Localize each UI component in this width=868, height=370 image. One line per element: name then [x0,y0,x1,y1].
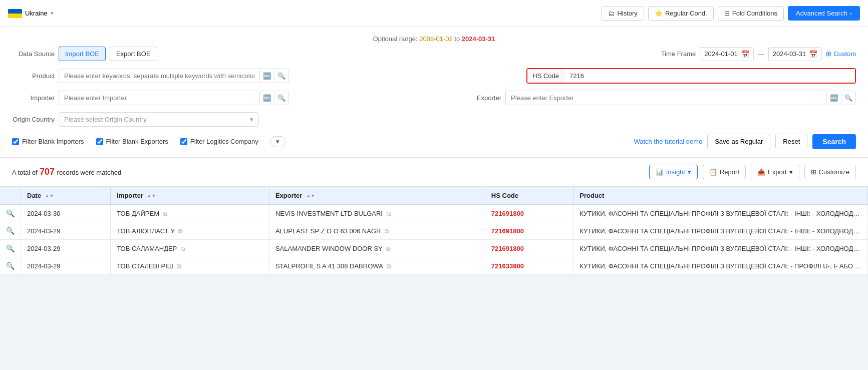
copy-exporter-icon[interactable]: ⧉ [387,263,391,270]
timeframe-group: Time Frame 2024-01-01 📅 — 2024-03-31 📅 ⊞… [653,47,856,61]
results-actions: 📊 Insight ▾ 📋 Report 📤 Export ▾ ⊞ Custom… [649,165,856,179]
top-actions: 🗂 History ⭐ Regular Cond. ⊞ Fold Conditi… [602,6,860,21]
filter-row: Filter Blank Importers Filter Blank Expo… [12,134,856,149]
copy-exporter-icon[interactable]: ⧉ [386,245,391,252]
row-search-icon[interactable]: 🔍 [0,222,21,240]
customize-icon: ⊞ [811,168,816,176]
time-frame-label: Time Frame [653,50,696,58]
origin-group: Origin Country Please select Origin Coun… [12,112,259,127]
exporter-label: Exporter [459,94,501,102]
origin-select[interactable]: Please select Origin Country ▾ [59,112,259,127]
origin-placeholder: Please select Origin Country [64,116,147,123]
watch-demo-link[interactable]: Watch the tutorial demo [634,138,702,145]
filter-blank-exporters-checkbox[interactable]: Filter Blank Exporters [96,138,168,145]
ukraine-flag [8,9,22,18]
insight-icon: 📊 [656,168,664,176]
country-name: Ukraine [25,10,48,17]
export-button[interactable]: 📤 Export ▾ [751,165,799,179]
cell-hscode[interactable]: 721691800 [485,222,573,240]
action-buttons: Watch the tutorial demo Save as Regular … [634,134,856,149]
table-body: 🔍 2024-03-30 ТОВ ДАЙРЕМ ⧉ NEVIS INVESTME… [0,205,868,275]
search-icon-exporter[interactable]: 🔍 [841,92,855,104]
date-sort-icons[interactable]: ▲▼ [45,194,54,198]
filter-logistics-checkbox[interactable]: Filter Logitics Company [180,138,258,145]
cell-product: КУТИКИ, ФАСОННІ ТА СПЕЦІАЛЬНІ ПРОФІЛІ З … [573,240,868,257]
fold-icon: ⊞ [724,10,730,17]
cell-hscode[interactable]: 721633900 [485,257,573,275]
export-icon: 📤 [757,168,765,176]
search-panel: Optional range: 2008-01-02 to 2024-03-31… [0,27,868,158]
filter-blank-importers-checkbox[interactable]: Filter Blank Importers [12,138,84,145]
import-boe-button[interactable]: Import BOE [59,47,106,61]
customize-button[interactable]: ⊞ Customize [804,165,856,179]
history-button[interactable]: 🗂 History [602,6,644,21]
col-date: Date ▲▼ [21,187,111,205]
regular-cond-button[interactable]: ⭐ Regular Cond. [648,6,714,21]
filter-blank-exporters-input[interactable] [96,138,103,145]
cell-exporter: STALPROFIL S A 41 308 DABROWA ⧉ [269,257,485,275]
advanced-search-button[interactable]: Advanced Search › [788,6,860,21]
filter-blank-importers-input[interactable] [12,138,19,145]
row-origin: Origin Country Please select Origin Coun… [12,112,856,127]
copy-importer-icon[interactable]: ⧉ [178,228,183,235]
table-row: 🔍 2024-03-29 ТОВ САЛАМАНДЕР ⧉ SALAMANDER… [0,240,868,257]
fold-conditions-button[interactable]: ⊞ Fold Conditions [718,6,784,21]
copy-importer-icon[interactable]: ⧉ [163,210,168,217]
importer-input[interactable] [59,91,259,105]
cell-hscode[interactable]: 721691800 [485,205,573,222]
filter-logistics-input[interactable] [180,138,187,145]
table-header: Date ▲▼ Importer ▲▼ Exporter ▲▼ HS Code … [0,187,868,205]
cell-importer: ТОВ САЛАМАНДЕР ⧉ [111,240,269,257]
translate-icon[interactable]: 🔤 [259,70,274,82]
cell-product: КУТИКИ, ФАСОННІ ТА СПЕЦІАЛЬНІ ПРОФІЛІ З … [573,222,868,240]
calendar-to-icon: 📅 [809,50,817,58]
exporter-input[interactable] [506,91,826,105]
cell-importer: ТОВ ДАЙРЕМ ⧉ [111,205,269,222]
copy-exporter-icon[interactable]: ⧉ [385,228,389,235]
importer-label: Importer [12,94,55,102]
search-button[interactable]: Search [812,134,856,149]
origin-label: Origin Country [12,116,55,123]
date-from-input[interactable]: 2024-01-01 📅 [700,47,754,61]
cell-date: 2024-03-29 [21,240,111,257]
cell-exporter: NEVIS INVESTMENT LTD BULGARI ⧉ [269,205,485,222]
cell-exporter: SALAMANDER WINDOW DOOR SY ⧉ [269,240,485,257]
translate-icon-exporter[interactable]: 🔤 [826,92,841,104]
data-source-group: Data Source Import BOE Export BOE [12,47,157,61]
exporter-sort-icons[interactable]: ▲▼ [306,194,315,198]
country-selector[interactable]: Ukraine ▾ [8,9,54,18]
exporter-group: Exporter 🔤 🔍 [459,91,856,105]
product-input[interactable] [59,69,259,83]
row-product-hscode: Product 🔤 🔍 HS Code [12,68,856,84]
copy-exporter-icon[interactable]: ⧉ [387,210,391,217]
copy-importer-icon[interactable]: ⧉ [177,263,181,270]
row-search-icon[interactable]: 🔍 [0,240,21,257]
search-icon-importer[interactable]: 🔍 [274,92,288,104]
save-regular-button[interactable]: Save as Regular [707,134,770,149]
collapse-button[interactable]: ▾ [270,136,285,147]
row-datasource-timeframe: Data Source Import BOE Export BOE Time F… [12,47,856,61]
col-product: Product [573,187,868,205]
custom-button[interactable]: ⊞ Custom [826,50,856,58]
reset-button[interactable]: Reset [775,134,807,149]
date-to-input[interactable]: 2024-03-31 📅 [768,47,822,61]
arrow-right-icon: › [850,10,852,17]
product-group: Product 🔤 🔍 [12,69,289,83]
report-button[interactable]: 📋 Report [703,165,746,179]
hs-code-input[interactable] [564,69,855,83]
exporter-input-wrapper: 🔤 🔍 [505,91,856,105]
copy-importer-icon[interactable]: ⧉ [181,245,185,252]
importer-sort-icons[interactable]: ▲▼ [147,194,156,198]
optional-range: Optional range: 2008-01-02 to 2024-03-31 [12,35,856,43]
hs-code-wrapper: HS Code [526,68,856,84]
row-search-icon[interactable]: 🔍 [0,257,21,275]
search-icon-product[interactable]: 🔍 [274,70,288,82]
table-row: 🔍 2024-03-29 ТОВ АЛЮПЛАСТ У ⧉ ALUPLAST S… [0,222,868,240]
col-exporter: Exporter ▲▼ [269,187,485,205]
export-boe-button[interactable]: Export BOE [110,47,157,61]
insight-button[interactable]: 📊 Insight ▾ [649,165,698,179]
translate-icon-importer[interactable]: 🔤 [259,92,274,104]
row-search-icon[interactable]: 🔍 [0,205,21,222]
cell-hscode[interactable]: 721691800 [485,240,573,257]
cell-date: 2024-03-29 [21,222,111,240]
